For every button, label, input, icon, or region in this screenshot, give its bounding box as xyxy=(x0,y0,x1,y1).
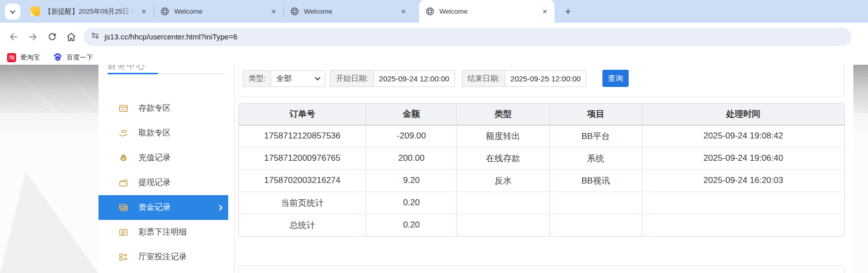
bookmark-baidu[interactable]: du 百度一下 xyxy=(53,52,93,63)
records-table: 订单号 金额 类型 项目 处理时间 1758712120857536 -209.… xyxy=(239,104,844,236)
col-amount: 金额 xyxy=(366,104,457,125)
back-icon[interactable] xyxy=(4,28,23,46)
sidebar-item-recharge-records[interactable]: ¥ 充值记录 xyxy=(98,146,234,170)
table-row: 1758702003216274 9.20 反水 BB视讯 2025-09-24… xyxy=(239,169,844,192)
pagination-panel xyxy=(238,265,845,273)
col-project: 项目 xyxy=(549,104,642,125)
sidebar-item-label: 彩票下注明细 xyxy=(138,227,187,238)
close-icon[interactable]: ✕ xyxy=(269,7,278,16)
type-select-value: 全部 xyxy=(276,74,291,83)
url-text: js13.cc/hhcp/usercenter.html?iniType=6 xyxy=(105,32,237,41)
cell-process-time: 2025-09-24 19:06:40 xyxy=(642,147,845,169)
new-tab-button[interactable]: + xyxy=(561,6,575,18)
site-container: 财务中心 存款专区 取款专区 ¥ xyxy=(98,65,853,273)
end-date-group: 结束日期: 2025-09-25 12:00:00 xyxy=(462,70,586,87)
cell-project: 系统 xyxy=(549,147,642,169)
sidebar-item-label: 厅室投注记录 xyxy=(138,252,187,262)
sidebar-item-label: 取款专区 xyxy=(138,128,171,139)
type-label: 类型: xyxy=(243,70,271,87)
close-icon[interactable]: ✕ xyxy=(399,7,408,16)
table-row-page-stats: 当前页统计 0.20 xyxy=(239,192,844,214)
sidebar-item-withdrawal-records[interactable]: 提现记录 xyxy=(98,170,234,195)
money-bag-icon: ¥ xyxy=(119,153,128,163)
cell-project: BB平台 xyxy=(549,125,642,147)
tab-welcome-2[interactable]: Welcome ✕ xyxy=(284,0,413,23)
close-icon[interactable]: ✕ xyxy=(139,7,148,16)
tab-title: 【新提醒】2025年09月25日 00 xyxy=(44,7,135,16)
sidebar-item-funds-records[interactable]: 资金记录 xyxy=(98,195,228,220)
type-select[interactable]: 全部 xyxy=(271,70,325,87)
cell-amount: 200.00 xyxy=(366,147,457,169)
bookmark-taobao[interactable]: 淘 爱淘宝 xyxy=(7,53,40,62)
list-card-icon xyxy=(119,228,128,237)
chevron-down-icon xyxy=(315,75,321,80)
cell-project: BB视讯 xyxy=(549,169,642,192)
table-row: 1758712000976765 200.00 在线存款 系统 2025-09-… xyxy=(239,147,844,169)
note-icon xyxy=(30,7,40,16)
cell-empty xyxy=(457,192,549,214)
cell-order-no: 1758712000976765 xyxy=(239,147,366,169)
forward-icon[interactable] xyxy=(23,28,42,46)
globe-icon xyxy=(160,7,170,16)
cell-stats-label: 当前页统计 xyxy=(239,192,366,214)
background-triangle-decoration xyxy=(0,172,98,273)
sidebar-item-label: 存款专区 xyxy=(138,103,171,114)
end-date-input[interactable]: 2025-09-25 12:00:00 xyxy=(505,70,586,87)
start-date-group: 开始日期: 2025-09-24 12:00:00 xyxy=(330,70,454,87)
taobao-icon: 淘 xyxy=(7,53,16,62)
cell-process-time: 2025-09-24 16:20:03 xyxy=(642,169,845,192)
search-button[interactable]: 查询 xyxy=(602,70,629,87)
browser-tab-bar: 【新提醒】2025年09月25日 00 ✕ Welcome ✕ Welcome … xyxy=(0,0,868,23)
chevron-down-icon xyxy=(10,8,15,13)
tab-search-button[interactable] xyxy=(5,4,20,20)
globe-icon xyxy=(425,7,435,16)
site-info-icon[interactable] xyxy=(91,31,99,42)
col-order-no: 订单号 xyxy=(239,104,366,125)
tab-title: Welcome xyxy=(174,8,265,15)
sidebar-item-withdraw-zone[interactable]: 取款专区 xyxy=(98,121,234,146)
deposit-card-icon xyxy=(119,104,128,113)
tab-welcome-1[interactable]: Welcome ✕ xyxy=(154,0,283,23)
cell-order-no: 1758702003216274 xyxy=(239,169,366,192)
globe-icon xyxy=(290,7,299,16)
cell-amount: 9.20 xyxy=(366,169,457,192)
table-row-total-stats: 总统计 0.20 xyxy=(239,214,844,236)
cash-notes-icon xyxy=(119,203,128,212)
sidebar-item-label: 充值记录 xyxy=(138,153,171,163)
table-header-row: 订单号 金额 类型 项目 处理时间 xyxy=(239,104,844,125)
wallet-icon xyxy=(119,178,128,188)
start-date-label: 开始日期: xyxy=(330,70,373,87)
bookmark-label: 百度一下 xyxy=(67,53,93,62)
chevron-right-icon xyxy=(217,205,222,210)
tab-welcome-active[interactable]: Welcome ✕ xyxy=(419,0,554,23)
browser-toolbar: js13.cc/hhcp/usercenter.html?iniType=6 xyxy=(0,23,868,51)
home-icon[interactable] xyxy=(62,28,81,46)
tab-notification[interactable]: 【新提醒】2025年09月25日 00 ✕ xyxy=(24,0,154,23)
cell-empty xyxy=(642,214,845,236)
cell-empty xyxy=(549,192,642,214)
cell-amount: 0.20 xyxy=(366,214,457,236)
sidebar-item-lottery-bet-details[interactable]: 彩票下注明细 xyxy=(98,220,234,245)
cell-order-no: 1758712120857536 xyxy=(239,125,366,147)
close-icon[interactable]: ✕ xyxy=(540,7,549,16)
type-filter-group: 类型: 全部 xyxy=(243,70,325,87)
cell-amount: 0.20 xyxy=(366,192,457,214)
cell-type: 在线存款 xyxy=(457,147,549,169)
cell-empty xyxy=(457,214,549,236)
address-bar[interactable]: js13.cc/hhcp/usercenter.html?iniType=6 xyxy=(84,28,851,46)
filter-panel: 类型: 全部 开始日期: 2025-09-24 12:00:00 结束日期: 2… xyxy=(238,65,845,97)
main-content: 类型: 全部 开始日期: 2025-09-24 12:00:00 结束日期: 2… xyxy=(235,65,853,273)
cell-process-time: 2025-09-24 19:08:42 xyxy=(642,125,845,147)
cell-amount: -209.00 xyxy=(366,125,457,147)
col-type: 类型 xyxy=(457,104,549,125)
sidebar-item-label: 提现记录 xyxy=(138,177,171,188)
baidu-icon: du xyxy=(53,52,63,63)
sidebar-item-deposit-zone[interactable]: 存款专区 xyxy=(98,96,234,121)
start-date-input[interactable]: 2025-09-24 12:00:00 xyxy=(373,70,454,87)
sidebar-section-header: 财务中心 xyxy=(108,65,225,74)
sidebar-item-hall-bet-records[interactable]: 厅室投注记录 xyxy=(98,245,234,269)
svg-text:du: du xyxy=(57,57,60,60)
tab-title: Welcome xyxy=(439,8,536,15)
cell-type: 额度转出 xyxy=(457,125,549,147)
reload-icon[interactable] xyxy=(42,28,62,46)
